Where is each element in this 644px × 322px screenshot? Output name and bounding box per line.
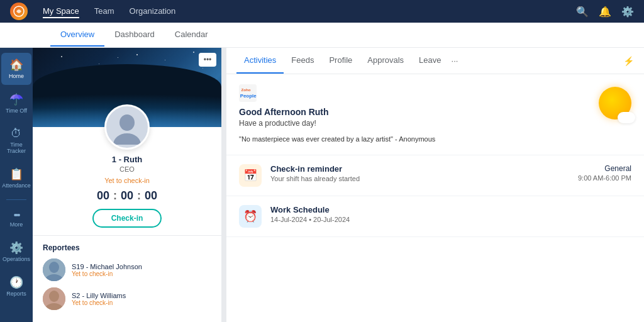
top-nav-myspace[interactable]: My Space — [43, 5, 79, 18]
reportees-section: Reportees S19 - Michael Johnson Yet to c… — [33, 236, 221, 322]
user-name: 1 - Ruth — [112, 155, 142, 164]
subnav-overview[interactable]: Overview — [50, 23, 104, 47]
reportee-avatar-lilly — [43, 287, 65, 310]
settings-icon[interactable]: ⚙️ — [621, 6, 634, 18]
sidebar-label-home: Home — [9, 73, 24, 80]
checkin-reminder-info: Check-in reminder Your shift has already… — [270, 164, 569, 182]
timeoff-icon: ☂️ — [9, 92, 23, 106]
svg-point-7 — [49, 291, 59, 302]
reportee-name-michael: S19 - Michael Johnson — [72, 263, 211, 270]
sidebar-label-more: More — [10, 221, 23, 228]
zoho-people-logo: Zoho People — [239, 84, 435, 102]
activities-content: Zoho People Good Afternoon Ruth Have a p… — [226, 74, 644, 322]
zoho-logo-icon: Zoho People — [239, 84, 257, 102]
sidebar-label-timeoff: Time Off — [6, 108, 27, 114]
reportee-item-lilly: S2 - Lilly Williams Yet to check-in — [43, 287, 211, 310]
operations-icon: ⚙️ — [9, 241, 23, 255]
reports-icon: 🕐 — [9, 275, 23, 289]
content-area: ••• 1 - Ruth CEO Yet to check-in 00 : 00 — [33, 48, 644, 322]
profile-panel: ••• 1 - Ruth CEO Yet to check-in 00 : 00 — [33, 48, 221, 322]
bell-icon[interactable]: 🔔 — [599, 6, 611, 18]
tab-feeds[interactable]: Feeds — [284, 48, 321, 74]
weather-icon — [599, 87, 631, 119]
top-nav-organization[interactable]: Organization — [130, 5, 176, 18]
tab-activities[interactable]: Activities — [236, 48, 284, 74]
sidebar-label-operations: Operations — [3, 256, 30, 263]
reportee-info-michael: S19 - Michael Johnson Yet to check-in — [72, 263, 211, 277]
reportee-info-lilly: S2 - Lilly Williams Yet to check-in — [72, 292, 211, 306]
greeting-sub-text: Have a productive day! — [239, 119, 435, 128]
sidebar-label-timetracker: Time Tracker — [4, 142, 29, 155]
top-nav-items: My Space Team Organization — [43, 5, 561, 18]
timer-sep-1: : — [113, 189, 117, 203]
reportee-status-michael: Yet to check-in — [72, 270, 211, 277]
reportee-status-lilly: Yet to check-in — [72, 299, 211, 306]
work-schedule-icon: ⏰ — [239, 205, 262, 228]
user-avatar — [104, 104, 150, 150]
svg-point-2 — [113, 133, 141, 145]
user-title: CEO — [119, 165, 135, 173]
work-schedule-title: Work Schedule — [270, 205, 631, 214]
filter-icon[interactable]: ⚡ — [623, 56, 634, 66]
timer-seconds: 00 — [145, 189, 157, 203]
svg-point-4 — [49, 262, 59, 273]
work-schedule-subtitle: 14-Jul-2024 • 20-Jul-2024 — [270, 216, 631, 223]
reportee-avatar-michael — [43, 258, 65, 281]
greeting-quote: "No masterpiece was ever created by a la… — [239, 134, 435, 145]
sidebar-label-attendance: Attendance — [2, 182, 31, 189]
activities-tabs: Activities Feeds Profile Approvals Leave… — [226, 48, 644, 74]
greeting-main-text: Good Afternoon Ruth — [239, 107, 435, 117]
subnav-dashboard[interactable]: Dashboard — [104, 23, 165, 47]
sidebar-item-timetracker[interactable]: ⏱ Time Tracker — [1, 122, 31, 160]
reportees-title: Reportees — [43, 243, 211, 252]
sidebar-item-more[interactable]: ••• More — [1, 205, 31, 233]
svg-text:Zoho: Zoho — [242, 87, 251, 92]
app-logo — [10, 3, 28, 20]
reportee-item: S19 - Michael Johnson Yet to check-in — [43, 258, 211, 281]
checkin-button[interactable]: Check-in — [92, 209, 162, 228]
sidebar-item-timeoff[interactable]: ☂️ Time Off — [1, 87, 31, 119]
timetracker-icon: ⏱ — [11, 127, 22, 140]
left-sidebar: 🏠 Home ☂️ Time Off ⏱ Time Tracker 📋 Atte… — [0, 48, 33, 322]
checkin-meta-time: 9:00 AM-6:00 PM — [578, 174, 631, 182]
reportee-name-lilly: S2 - Lilly Williams — [72, 292, 211, 299]
top-nav-icons: 🔍 🔔 ⚙️ — [576, 6, 634, 18]
checkin-status: Yet to check-in — [104, 177, 150, 184]
search-icon[interactable]: 🔍 — [576, 6, 589, 18]
sidebar-label-reports: Reports — [6, 291, 26, 297]
tab-approvals[interactable]: Approvals — [360, 48, 411, 74]
weather-cloud — [618, 112, 635, 123]
work-schedule-info: Work Schedule 14-Jul-2024 • 20-Jul-2024 — [270, 205, 631, 223]
checkin-reminder-subtitle: Your shift has already started — [270, 175, 569, 182]
more-icon: ••• — [14, 210, 19, 220]
checkin-reminder-title: Check-in reminder — [270, 164, 569, 174]
sidebar-item-reports[interactable]: 🕐 Reports — [1, 270, 31, 303]
tab-more[interactable]: ··· — [452, 56, 458, 65]
sidebar-divider — [6, 199, 26, 200]
top-navigation: My Space Team Organization 🔍 🔔 ⚙️ — [0, 0, 644, 23]
tab-leave[interactable]: Leave — [411, 48, 448, 74]
tab-profile[interactable]: Profile — [321, 48, 360, 74]
checkin-timer: 00 : 00 : 00 — [97, 189, 157, 203]
attendance-icon: 📋 — [9, 167, 23, 181]
greeting-content: Zoho People Good Afternoon Ruth Have a p… — [239, 84, 435, 145]
svg-point-1 — [119, 114, 135, 131]
banner-more-button[interactable]: ••• — [199, 53, 216, 67]
work-schedule-card: ⏰ Work Schedule 14-Jul-2024 • 20-Jul-202… — [226, 196, 644, 237]
avatar-section: 1 - Ruth CEO Yet to check-in 00 : 00 : 0… — [33, 127, 221, 236]
sidebar-item-attendance[interactable]: 📋 Attendance — [1, 162, 31, 194]
main-content: 🏠 Home ☂️ Time Off ⏱ Time Tracker 📋 Atte… — [0, 48, 644, 322]
greeting-card: Zoho People Good Afternoon Ruth Have a p… — [226, 74, 644, 155]
panel-divider — [221, 48, 226, 322]
sidebar-item-operations[interactable]: ⚙️ Operations — [1, 236, 31, 268]
checkin-reminder-card: 📅 Check-in reminder Your shift has alrea… — [226, 155, 644, 196]
home-icon: 🏠 — [9, 58, 23, 72]
timer-sep-2: : — [137, 189, 141, 203]
sub-navigation: Overview Dashboard Calendar — [0, 23, 644, 48]
svg-text:People: People — [240, 93, 257, 99]
checkin-reminder-icon: 📅 — [239, 164, 262, 187]
top-nav-team[interactable]: Team — [94, 5, 114, 18]
subnav-calendar[interactable]: Calendar — [165, 23, 218, 47]
timer-hours: 00 — [97, 189, 109, 203]
sidebar-item-home[interactable]: 🏠 Home — [1, 53, 31, 85]
